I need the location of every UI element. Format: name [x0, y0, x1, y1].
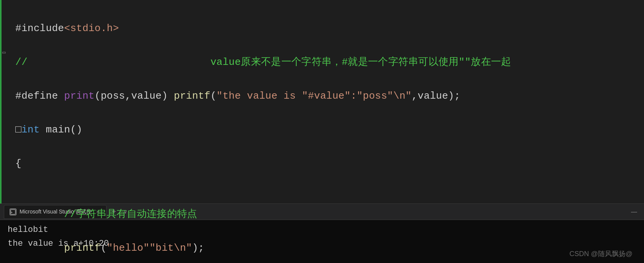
code-line-3: #define print(poss,value) printf("the va…	[15, 88, 636, 104]
code-line-2: // value原来不是一个字符串，#就是一个字符串可以使用""放在一起	[15, 54, 636, 71]
svg-text:▶: ▶	[11, 211, 13, 214]
code-line-8: printf("hello""bit\n");	[15, 240, 636, 256]
code-content[interactable]: #include<stdio.h> // value原来不是一个字符串，#就是一…	[12, 0, 644, 203]
collapse-icon[interactable]: ▭	[2, 49, 5, 56]
editor-area: ▭ #include<stdio.h> // value原来不是一个字符串，#就…	[0, 0, 644, 203]
editor-gutter: ▭	[0, 0, 12, 203]
code-line-5: {	[15, 155, 636, 172]
code-line-4: □int main()	[15, 121, 636, 138]
csdn-watermark: CSDN @随风飘扬@	[569, 249, 632, 258]
code-line-1: #include<stdio.h>	[15, 20, 636, 37]
green-bar	[0, 0, 2, 203]
code-line-7: //字符串具有自动连接的特点	[15, 206, 636, 223]
